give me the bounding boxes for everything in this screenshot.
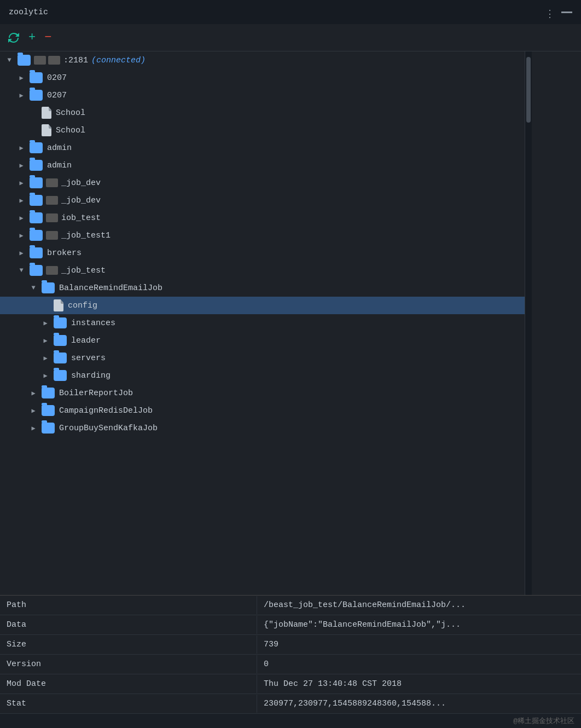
folder-icon: [54, 353, 67, 363]
version-value: 0: [257, 655, 581, 673]
chevron-right-icon: ▶: [40, 371, 50, 380]
list-item[interactable]: ▶ 0207: [0, 69, 525, 86]
item-label: instances: [71, 319, 115, 328]
chevron-right-icon: ▶: [28, 406, 38, 415]
tree-panel[interactable]: ▼ :2181 (connected) ▶ 0207 ▶ 0207 School: [0, 51, 525, 595]
list-item[interactable]: ▶ instances: [0, 314, 525, 332]
root-folder-icon: [18, 55, 31, 66]
chevron-right-icon: ▶: [40, 336, 50, 345]
chevron-down-icon: ▼: [4, 55, 14, 65]
folder-icon: [42, 388, 55, 398]
info-row-version: Version 0: [0, 655, 581, 674]
moddate-value: Thu Dec 27 13:40:48 CST 2018: [257, 675, 581, 693]
folder-icon: [42, 405, 55, 416]
info-row-stat: Stat 230977,230977,1545889248360,154588.…: [0, 694, 581, 714]
list-item[interactable]: ▶ _job_dev: [0, 174, 525, 192]
list-item[interactable]: School: [0, 122, 525, 139]
item-label: servers: [71, 354, 106, 363]
badge-gray: [46, 231, 58, 240]
list-item[interactable]: ▶ sharding: [0, 367, 525, 384]
list-item[interactable]: ▶ servers: [0, 349, 525, 367]
item-label: admin: [47, 161, 72, 170]
item-label: 0207: [47, 91, 67, 100]
chevron-right-icon: ▶: [16, 160, 26, 170]
data-label: Data: [0, 616, 257, 634]
item-label: GroupBuySendKafkaJob: [59, 424, 158, 433]
stat-label: Stat: [0, 695, 257, 713]
main-area: ▼ :2181 (connected) ▶ 0207 ▶ 0207 School: [0, 51, 581, 595]
list-item[interactable]: ▼ BalanceRemindEmailJob: [0, 279, 525, 297]
folder-icon: [54, 317, 67, 328]
watermark: @稀土掘金技术社区: [0, 714, 581, 728]
file-icon: [54, 299, 63, 311]
tree-root[interactable]: ▼ :2181 (connected): [0, 51, 525, 69]
scrollbar-thumb[interactable]: [526, 57, 531, 123]
item-label: _job_dev: [61, 178, 101, 188]
info-row-data: Data {"jobName":"BalanceRemindEmailJob",…: [0, 615, 581, 635]
folder-icon: [42, 423, 55, 434]
info-row-path: Path /beast_job_test/BalanceRemindEmailJ…: [0, 596, 581, 615]
list-item[interactable]: ▶ iob_test: [0, 209, 525, 227]
list-item[interactable]: ▶ _job_test1: [0, 227, 525, 244]
scrollbar[interactable]: [525, 51, 532, 595]
folder-icon: [42, 282, 55, 293]
size-value: 739: [257, 635, 581, 654]
item-label: _job_test: [61, 266, 106, 275]
chevron-right-icon: ▶: [28, 388, 38, 398]
item-label: iob_test: [61, 213, 101, 223]
list-item[interactable]: School: [0, 104, 525, 122]
badge-1: [34, 56, 46, 65]
chevron-right-icon: ▶: [16, 143, 26, 153]
chevron-down-icon: ▼: [28, 283, 38, 293]
badge-gray: [46, 178, 58, 187]
connected-label: (connected): [91, 56, 146, 65]
file-icon: [42, 124, 51, 136]
file-icon: [42, 107, 51, 119]
toolbar: + −: [0, 24, 581, 51]
chevron-right-icon: ▶: [28, 423, 38, 433]
item-label: sharding: [71, 371, 111, 380]
list-item[interactable]: ▶ BoilerReportJob: [0, 384, 525, 402]
version-label: Version: [0, 655, 257, 673]
list-item[interactable]: ▶ brokers: [0, 244, 525, 262]
item-label: _job_dev: [61, 196, 101, 205]
data-value: {"jobName":"BalanceRemindEmailJob","j...: [257, 616, 581, 634]
list-item[interactable]: ▶ admin: [0, 157, 525, 174]
chevron-right-icon: ▶: [40, 353, 50, 363]
menu-icon[interactable]: ⋮: [545, 8, 554, 16]
title-bar: zoolytic ⋮: [0, 0, 581, 24]
refresh-button[interactable]: [8, 32, 20, 44]
list-item[interactable]: ▼ _job_test: [0, 262, 525, 279]
badge-2: [48, 56, 60, 65]
item-label: brokers: [47, 249, 82, 258]
folder-icon: [30, 247, 43, 258]
list-item[interactable]: ▶ admin: [0, 139, 525, 157]
config-item[interactable]: config: [0, 297, 525, 314]
folder-icon: [30, 90, 43, 101]
folder-icon: [30, 195, 43, 206]
item-label: BoilerReportJob: [59, 389, 133, 398]
title-bar-controls: ⋮: [545, 8, 572, 16]
size-label: Size: [0, 635, 257, 654]
remove-button[interactable]: −: [44, 31, 51, 44]
item-label: admin: [47, 143, 72, 153]
info-row-size: Size 739: [0, 635, 581, 655]
list-item[interactable]: ▶ _job_dev: [0, 192, 525, 209]
add-button[interactable]: +: [28, 31, 36, 44]
list-item[interactable]: ▶ GroupBuySendKafkaJob: [0, 419, 525, 437]
minimize-button[interactable]: [561, 11, 572, 13]
badge-gray: [46, 196, 58, 205]
folder-icon: [30, 230, 43, 241]
item-label: config: [68, 301, 97, 310]
list-item[interactable]: ▶ leader: [0, 332, 525, 349]
info-panel: Path /beast_job_test/BalanceRemindEmailJ…: [0, 595, 581, 728]
list-item[interactable]: ▶ 0207: [0, 86, 525, 104]
stat-value: 230977,230977,1545889248360,154588...: [257, 695, 581, 713]
list-item[interactable]: ▶ CampaignRedisDelJob: [0, 402, 525, 419]
chevron-right-icon: ▶: [16, 195, 26, 205]
item-label: CampaignRedisDelJob: [59, 406, 153, 415]
app-title: zoolytic: [9, 8, 48, 17]
chevron-right-icon: ▶: [40, 318, 50, 328]
item-label: leader: [71, 336, 101, 345]
item-label: _job_test1: [61, 231, 111, 240]
